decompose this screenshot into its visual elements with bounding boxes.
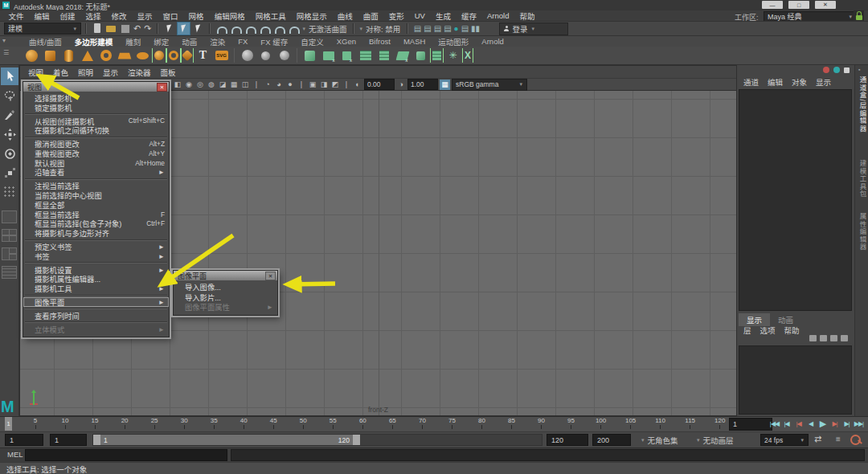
shelf-icon-combine[interactable]	[321, 47, 337, 63]
panel-menu-renderer[interactable]: 渲染器	[123, 67, 156, 78]
move-layer-up-icon[interactable]	[830, 335, 837, 341]
layer-list[interactable]	[739, 345, 852, 415]
new-layer-from-selected-icon[interactable]	[820, 335, 827, 341]
shelf-options-icon[interactable]: ▾	[2, 37, 6, 44]
image-plane-item-import-movie[interactable]: 导入影片...	[174, 292, 277, 303]
exposure-field[interactable]: 0.00	[364, 79, 395, 90]
animation-preferences-icon[interactable]: ≡	[836, 435, 841, 443]
scale-tool-icon[interactable]	[1, 164, 18, 182]
sphere-icon[interactable]	[833, 67, 840, 73]
panel-menu-show[interactable]: 显示	[98, 67, 123, 78]
hypershade-icon[interactable]: ●	[454, 23, 459, 34]
menu-mesh[interactable]: 网格	[183, 10, 209, 22]
save-scene-icon[interactable]	[120, 23, 130, 34]
shelf-icon-extract[interactable]	[358, 47, 374, 63]
range-start-handle[interactable]	[93, 435, 100, 445]
live-surface-field[interactable]: 无激活曲面	[309, 23, 347, 35]
shelf-tab-motion-graphics[interactable]: 运动图形	[432, 36, 475, 47]
menu-mesh-tools[interactable]: 网格工具	[250, 10, 291, 22]
shadows-icon[interactable]: ◨	[319, 80, 329, 88]
render-view-icon[interactable]: ▤	[414, 23, 421, 34]
anim-layer-selector[interactable]: ▾ 无动画层	[696, 435, 734, 446]
sign-in-button[interactable]: 登录 ▾	[499, 22, 568, 35]
panel-menu-panels[interactable]: 面板	[156, 67, 181, 78]
view-menu-item-image-plane[interactable]: 图像平面►	[23, 297, 169, 307]
oversan-icon[interactable]: ◫	[240, 80, 250, 88]
new-empty-layer-icon[interactable]	[809, 335, 817, 341]
shelf-icon-boolean-difference[interactable]: ✳	[445, 47, 461, 63]
view-menu-item-bookmarks[interactable]: 书签►	[23, 251, 169, 261]
shelf-icon-poly-disc[interactable]	[135, 47, 151, 63]
shelf-icon-type-tool[interactable]: T	[195, 47, 211, 63]
shelf-icon-boolean-intersect[interactable]: X	[462, 48, 473, 63]
shelf-icon-sculpt-tool[interactable]	[240, 47, 256, 63]
step-forward-key-button[interactable]: ▶|	[829, 417, 841, 430]
menu-uv[interactable]: UV	[409, 11, 430, 20]
shelf-tab-xgen[interactable]: XGen	[330, 37, 362, 46]
view-menu-item-view-sequence-time[interactable]: 查看序列时间	[23, 311, 169, 321]
animation-end-field[interactable]: 200	[592, 434, 631, 446]
view-menu-item-camera-tools[interactable]: 摄影机工具►	[23, 284, 169, 293]
playback-loop-icon[interactable]: ⇄	[814, 434, 821, 444]
layer-options-menu[interactable]: 选项	[760, 325, 776, 336]
command-input-field[interactable]	[25, 449, 227, 461]
shelf-icon-super-shape[interactable]	[181, 48, 194, 63]
select-object-icon[interactable]	[177, 22, 190, 35]
two-d-pan-zoom-icon[interactable]: ▦	[229, 80, 239, 88]
image-plane-item-import-image[interactable]: 导入图像...	[174, 282, 277, 292]
snap-to-point-icon[interactable]	[246, 27, 256, 34]
menu-set-selector[interactable]: 建模▾	[4, 22, 81, 35]
menu-deform[interactable]: 变形	[383, 10, 409, 22]
redo-icon[interactable]: ↷	[144, 23, 151, 34]
color-management-icon[interactable]: ▦	[440, 80, 450, 90]
rotate-tool-icon[interactable]	[1, 145, 18, 162]
shaded-icon[interactable]: ◕	[274, 80, 284, 88]
close-icon[interactable]: ✕	[265, 272, 276, 280]
step-back-key-button[interactable]: |◀	[792, 417, 805, 430]
layout-two-pane-button[interactable]	[2, 247, 17, 260]
maximize-button[interactable]: □	[788, 1, 809, 9]
layer-help-menu[interactable]: 帮助	[784, 325, 800, 336]
snap-to-curve-icon[interactable]	[231, 27, 242, 34]
menu-curves[interactable]: 曲线	[332, 10, 358, 22]
menu-create[interactable]: 创建	[55, 10, 80, 22]
shelf-tab-rendering[interactable]: 渲染	[203, 36, 231, 47]
shelf-icon-poly-torus[interactable]	[98, 47, 114, 63]
shelf-tab-rigging[interactable]: 绑定	[147, 36, 175, 47]
lock-workspace-icon[interactable]	[854, 10, 864, 21]
auto-keyframe-icon[interactable]	[850, 435, 861, 445]
undo-icon[interactable]: ↶	[133, 23, 141, 34]
last-tool-slot[interactable]	[3, 186, 15, 198]
menu-generate[interactable]: 生成	[430, 10, 456, 22]
channel-object-menu[interactable]: 对象	[792, 76, 807, 88]
symmetry-field[interactable]: 对称: 禁用	[366, 23, 400, 35]
menu-arnold[interactable]: Arnold	[481, 11, 514, 20]
shelf-tab-arnold[interactable]: Arnold	[475, 37, 510, 46]
layout-four-pane-button[interactable]	[2, 229, 17, 242]
show-hide-icon[interactable]: ▪	[858, 67, 860, 72]
shelf-icon-poly-plane[interactable]	[117, 47, 133, 63]
paint-select-tool-icon[interactable]	[1, 106, 18, 124]
tab-attribute-editor[interactable]: 属性编辑器	[858, 213, 867, 251]
shelf-tab-curves-surfaces[interactable]: 曲线/曲面	[23, 36, 68, 47]
range-slider-track[interactable]: 1 120	[92, 434, 542, 446]
layout-single-pane-button[interactable]	[2, 210, 17, 223]
menu-display[interactable]: 显示	[132, 10, 158, 22]
shelf-tab-fx-caching[interactable]: FX 缓存	[254, 36, 294, 47]
fps-selector[interactable]: 24 fps ▾	[760, 434, 809, 446]
menu-edit-mesh[interactable]: 编辑网格	[209, 10, 250, 22]
channels-menu[interactable]: 通道	[743, 76, 759, 88]
shelf-icon-boolean-union[interactable]	[430, 48, 444, 63]
menu-cache[interactable]: 缓存	[456, 10, 481, 22]
go-to-end-button[interactable]: ▶▶|	[853, 417, 865, 430]
playback-start-field[interactable]: 1	[50, 434, 87, 446]
gamma-icon[interactable]: ◑	[396, 80, 406, 88]
shelf-icon-smooth-mesh[interactable]	[376, 47, 392, 63]
shelf-icon-sphere-project[interactable]	[152, 48, 166, 63]
shelf-tab-mash[interactable]: MASH	[397, 37, 432, 46]
render-current-frame-icon[interactable]: ▤	[424, 23, 431, 34]
menu-mesh-display[interactable]: 网格显示	[291, 10, 332, 22]
menu-file[interactable]: 文件	[3, 10, 29, 22]
select-component-icon[interactable]	[192, 22, 204, 35]
menu-select[interactable]: 选择	[80, 10, 106, 22]
